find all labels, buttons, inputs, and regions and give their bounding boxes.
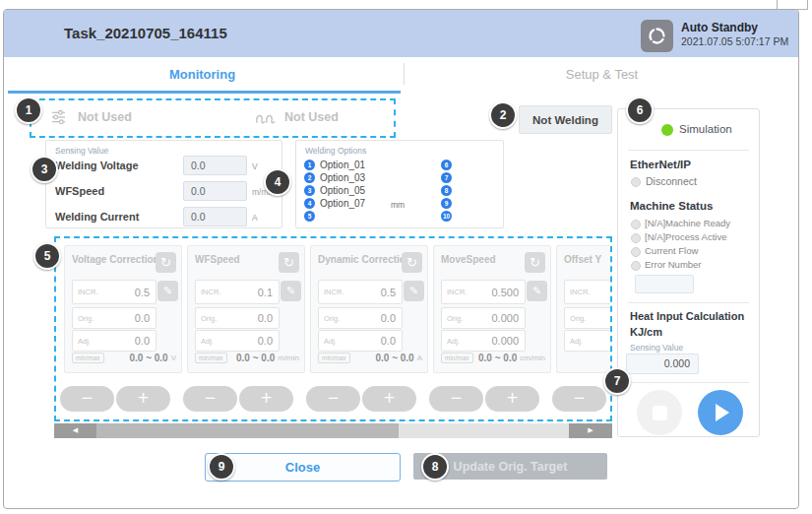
- status-panel: Simulation EtherNet/IP Disconnect Machin…: [617, 108, 760, 437]
- incr-value: 0.1: [258, 287, 279, 298]
- welding-current-field[interactable]: 0.0: [183, 207, 247, 226]
- welding-state-indicator[interactable]: Not Welding: [519, 105, 612, 134]
- stop-button[interactable]: [637, 390, 682, 435]
- orig-label: Orig.: [73, 314, 94, 323]
- incr-label: INCR.: [442, 288, 467, 296]
- minmax-unit: V: [171, 353, 176, 362]
- corrections-scrollbar[interactable]: ◀ ▶: [54, 423, 612, 438]
- minmax-value: 0.0 ~ 0.0: [375, 353, 413, 363]
- panel-title: WFSpeed: [195, 254, 240, 265]
- decrement-button[interactable]: −: [60, 386, 114, 412]
- orig-label: Orig.: [319, 314, 340, 323]
- stop-icon: [653, 406, 667, 420]
- scrollbar-thumb[interactable]: [96, 423, 399, 438]
- orig-field[interactable]: Orig. 0.0: [318, 307, 403, 329]
- orig-label: Orig.: [442, 314, 463, 323]
- decrement-button[interactable]: −: [552, 386, 606, 412]
- scroll-right-icon[interactable]: ▶: [569, 423, 612, 438]
- minmax-unit: A: [417, 353, 422, 362]
- panel-title: Voltage Correction: [72, 254, 159, 265]
- edit-icon[interactable]: ✎: [527, 281, 547, 301]
- welding-voltage-field[interactable]: 0.0: [183, 156, 247, 175]
- increment-button[interactable]: +: [239, 386, 293, 412]
- annotation-badge-2: 2: [489, 101, 517, 129]
- adj-field[interactable]: Adj. 0.0: [195, 330, 280, 352]
- heat-sensing-value-field[interactable]: 0.000: [626, 353, 699, 374]
- wfspeed-field[interactable]: 0.0: [183, 181, 247, 201]
- weaving-icon: [255, 110, 277, 125]
- option-label: Option_05: [320, 185, 365, 196]
- minmax-label: min/max: [72, 353, 104, 363]
- robot-logo-icon[interactable]: [641, 20, 673, 52]
- orig-field[interactable]: Orig. 0.0: [72, 307, 156, 329]
- increment-button[interactable]: +: [116, 386, 170, 412]
- orig-field[interactable]: Orig.: [564, 307, 612, 329]
- error-number-field[interactable]: [635, 275, 694, 293]
- adj-field[interactable]: Adj. 0.0: [72, 330, 156, 352]
- page-title: Task_20210705_164115: [64, 25, 227, 41]
- annotation-badge-8: 8: [421, 453, 449, 481]
- welding-options-panel: Welding Options 1 Option_01 2 Option_03 …: [295, 140, 504, 228]
- adj-value: 0.0: [258, 335, 279, 347]
- increment-button[interactable]: +: [362, 386, 416, 412]
- minmax-row: min/max 0.0 ~ 0.0 A: [318, 353, 422, 363]
- orig-value: 0.0: [135, 312, 156, 324]
- tab-monitoring[interactable]: Monitoring: [4, 57, 401, 91]
- reset-icon[interactable]: ↻: [402, 252, 422, 273]
- reset-icon[interactable]: ↻: [279, 252, 299, 273]
- reset-icon[interactable]: ↻: [156, 252, 176, 273]
- decrement-button[interactable]: −: [183, 386, 237, 412]
- process-active-dot: [631, 233, 641, 243]
- option-number-icon: 5: [304, 211, 315, 222]
- minmax-row: min/max 0.0 ~ 0.0 V: [72, 353, 176, 363]
- row-label: WFSpeed: [55, 185, 104, 197]
- edit-icon[interactable]: ✎: [281, 281, 301, 301]
- decrement-button[interactable]: −: [306, 386, 360, 412]
- sensor-2-not-used-label: Not Used: [284, 110, 339, 124]
- minmax-row: min/max 0.0 ~ 0.0 cm/min: [441, 353, 545, 363]
- incr-label: INCR.: [319, 288, 344, 296]
- corrections-annotation-box: Voltage Correction ↻ INCR. 0.5 ✎ Orig. 0…: [54, 236, 612, 421]
- orig-value: 0.0: [381, 312, 402, 324]
- incr-field[interactable]: INCR. 0.5: [72, 280, 156, 304]
- orig-field[interactable]: Orig. 0.0: [195, 307, 280, 329]
- option-label: Option_01: [320, 160, 365, 170]
- option-number-icon: 10: [441, 211, 452, 222]
- orig-field[interactable]: Orig. 0.000: [441, 307, 526, 329]
- ethernet-status-label: Disconnect: [646, 175, 697, 187]
- correction-panel: Dynamic Correction ↻ INCR. 0.5 ✎ Orig. 0…: [310, 245, 428, 373]
- tab-divider: [404, 63, 405, 85]
- minmax-label: min/max: [318, 353, 350, 363]
- option-label: Option_03: [320, 172, 365, 183]
- increment-button[interactable]: +: [485, 386, 539, 412]
- scroll-left-icon[interactable]: ◀: [54, 423, 96, 438]
- adj-field[interactable]: Adj. 0.000: [441, 330, 526, 352]
- edit-icon[interactable]: ✎: [404, 281, 424, 301]
- orig-value: 0.000: [491, 312, 525, 324]
- sensing-value-section-label: Sensing Value: [55, 146, 108, 156]
- edit-icon[interactable]: ✎: [157, 281, 178, 301]
- orig-label: Orig.: [565, 314, 586, 323]
- correction-panel: WFSpeed ↻ INCR. 0.1 ✎ Orig. 0.0 Adj. 0.0…: [187, 245, 305, 373]
- minmax-unit: cm/min: [520, 353, 545, 362]
- adj-label: Adj.: [442, 337, 460, 346]
- disconnect-status-dot: [631, 177, 641, 187]
- option-label: Option_07: [320, 198, 365, 209]
- incr-field[interactable]: INCR. 0.1: [195, 280, 280, 304]
- swirl-icon: [647, 26, 667, 46]
- play-button[interactable]: [698, 390, 743, 435]
- unit-label: A: [252, 213, 258, 223]
- incr-field[interactable]: INCR.: [564, 280, 612, 304]
- reset-icon[interactable]: ↻: [525, 252, 545, 273]
- sliders-icon: [51, 109, 66, 125]
- simulation-status-dot: [661, 124, 673, 136]
- incr-field[interactable]: INCR. 0.500: [441, 280, 526, 304]
- incr-field[interactable]: INCR. 0.5: [318, 280, 403, 304]
- correction-panel: Voltage Correction ↻ INCR. 0.5 ✎ Orig. 0…: [64, 245, 182, 373]
- annotation-badge-3: 3: [31, 156, 58, 183]
- adj-field[interactable]: Adj.: [564, 330, 612, 352]
- tab-setup-test[interactable]: Setup & Test: [406, 57, 798, 91]
- decrement-button[interactable]: −: [429, 386, 483, 412]
- adj-label: Adj.: [196, 337, 214, 346]
- adj-field[interactable]: Adj. 0.0: [318, 330, 403, 352]
